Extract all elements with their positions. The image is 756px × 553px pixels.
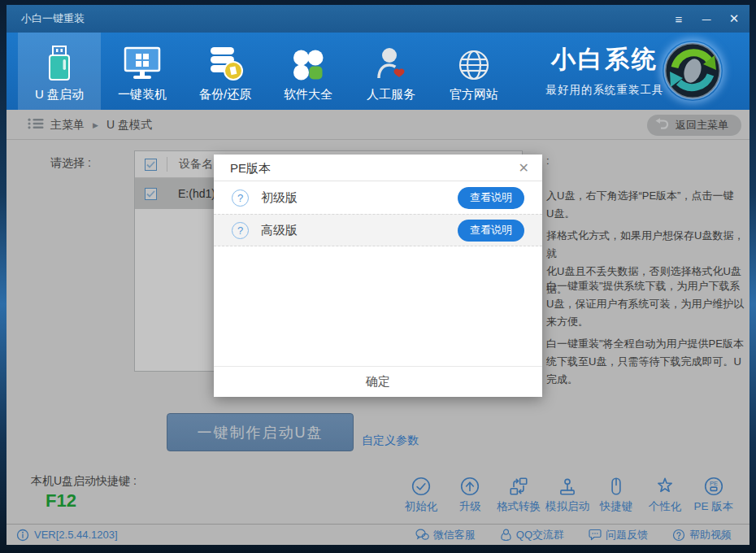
feedback-link[interactable]: 问题反馈	[589, 525, 648, 545]
help-text-fragment: 白一键重装"提供系统下载，为用户下载系 U盘，保证用户有系统可装，为用户维护以 …	[546, 277, 748, 331]
make-boot-usb-button[interactable]: 一键制作启动U盘	[167, 413, 354, 451]
brand-logo-icon	[663, 41, 723, 101]
question-circle-icon: ?	[232, 222, 249, 239]
person-heart-icon	[373, 41, 409, 82]
breadcrumb: 主菜单 ▶ U 盘模式	[28, 110, 152, 140]
breadcrumb-current: U 盘模式	[106, 118, 152, 133]
qq-penguin-icon	[500, 529, 512, 542]
info-icon	[16, 529, 29, 542]
wechat-icon	[415, 529, 429, 541]
boot-hotkey-label: 本机U盘启动快捷键 :	[31, 474, 137, 489]
brand-name: 小白系统	[540, 43, 670, 76]
tool-strip: 初始化 升级	[397, 476, 738, 514]
tool-format-convert[interactable]: 格式转换	[494, 476, 543, 514]
dialog-confirm-button[interactable]: 确定	[214, 366, 542, 397]
select-all-checkbox[interactable]	[145, 159, 157, 171]
nav-label: 备份/还原	[199, 87, 251, 102]
window-title: 小白一键重装	[21, 5, 85, 33]
monitor-icon	[123, 41, 162, 82]
nav-items: U 盘启动 一键装机	[18, 33, 515, 110]
brand-tagline: 最好用的系统重装工具	[540, 83, 670, 98]
back-arrow-icon	[655, 118, 669, 133]
tool-pe-version[interactable]: PE PE 版本	[689, 476, 738, 514]
back-button-label: 返回主菜单	[676, 118, 728, 133]
pe-option-basic[interactable]: ? 初级版 查看说明	[214, 181, 542, 214]
nav-header: U 盘启动 一键装机	[7, 33, 749, 110]
nav-item-software-collection[interactable]: 软件大全	[267, 33, 350, 110]
nav-item-manual-service[interactable]: 人工服务	[350, 33, 432, 110]
version-info[interactable]: VER[2.5.44.1203]	[16, 525, 118, 545]
nav-item-backup-restore[interactable]: 备份/还原	[184, 33, 267, 110]
device-name-column-header: 设备名	[179, 157, 213, 172]
pe-option-advanced[interactable]: ? 高级版 查看说明	[214, 214, 542, 246]
dialog-header: PE版本 ✕	[214, 155, 542, 181]
clover-icon	[291, 41, 325, 82]
status-links: 微信客服 QQ交流群	[415, 525, 732, 545]
breadcrumb-root[interactable]: 主菜单	[50, 118, 85, 133]
back-to-main-menu-button[interactable]: 返回主菜单	[647, 115, 741, 136]
format-convert-icon	[508, 476, 529, 497]
dialog-title: PE版本	[230, 155, 271, 181]
minimize-icon[interactable]: ─	[699, 12, 714, 26]
close-icon[interactable]: ✕	[727, 11, 741, 26]
tool-simulate-boot[interactable]: 模拟启动	[543, 476, 592, 514]
help-video-link[interactable]: 帮助视频	[672, 525, 732, 545]
wechat-support-link[interactable]: 微信客服	[415, 525, 476, 545]
boot-hotkey-value: F12	[46, 490, 76, 512]
tool-initialize[interactable]: 初始化	[397, 476, 445, 514]
joystick-icon	[557, 476, 578, 497]
tool-hotkey[interactable]: 快捷键	[592, 476, 641, 514]
statusbar: VER[2.5.44.1203] 微信客服	[7, 525, 749, 545]
select-device-label: 请选择 :	[50, 156, 91, 171]
nav-label: 软件大全	[284, 87, 332, 102]
breadcrumb-bar: 主菜单 ▶ U 盘模式 返回主菜单	[7, 110, 749, 140]
view-instructions-button[interactable]: 查看说明	[458, 220, 524, 242]
pe-version-icon: PE	[703, 476, 724, 497]
star-icon	[654, 476, 676, 497]
pe-option-name: 高级版	[261, 223, 298, 238]
custom-params-link[interactable]: 自定义参数	[362, 433, 419, 448]
tool-personalize[interactable]: 个性化	[641, 476, 689, 514]
usb-drive-icon	[44, 41, 75, 82]
list-icon	[28, 118, 44, 132]
globe-icon	[457, 41, 491, 82]
nav-label: 官方网站	[450, 87, 498, 102]
nav-item-one-click-install[interactable]: 一键装机	[101, 33, 184, 110]
app-window: 小白一键重装 ≡ ─ ✕	[0, 0, 756, 553]
tool-upgrade[interactable]: 升级	[445, 476, 494, 514]
chevron-right-icon: ▶	[91, 121, 100, 129]
pe-version-dialog: PE版本 ✕ ? 初级版 查看说明 ? 高级版 查看说明 确定	[214, 155, 542, 397]
question-circle-icon: ?	[232, 189, 249, 207]
database-icon	[206, 41, 244, 82]
nav-label: U 盘启动	[35, 87, 84, 102]
pe-option-name: 初级版	[261, 190, 298, 206]
upgrade-icon	[459, 476, 480, 497]
help-icon	[672, 529, 685, 542]
device-row-checkbox[interactable]	[145, 188, 157, 200]
dialog-close-icon[interactable]: ✕	[519, 155, 529, 181]
nav-item-usb-boot[interactable]: U 盘启动	[18, 33, 101, 110]
brand: 小白系统 最好用的系统重装工具	[540, 43, 670, 98]
header-divider	[167, 157, 167, 172]
menu-icon[interactable]: ≡	[671, 12, 686, 26]
svg-text:PE: PE	[710, 480, 718, 487]
window-controls: ≡ ─ ✕	[671, 5, 741, 33]
titlebar: 小白一键重装 ≡ ─ ✕	[7, 5, 749, 33]
help-text-fragment: 白一键重装"将全程自动为用户提供PE版本 统下载至U盘，只需等待下载完成即可。U…	[546, 335, 748, 389]
initialize-icon	[411, 476, 432, 497]
view-instructions-button[interactable]: 查看说明	[458, 187, 524, 209]
mouse-icon	[606, 476, 627, 497]
nav-item-official-website[interactable]: 官方网站	[432, 33, 515, 110]
nav-label: 人工服务	[367, 87, 415, 102]
speech-bubble-icon	[589, 529, 602, 541]
help-text-fragment: :	[546, 152, 748, 170]
nav-label: 一键装机	[118, 87, 167, 102]
version-text: VER[2.5.44.1203]	[34, 529, 118, 541]
help-text-fragment: 入U盘，右下角选择“PE版本”，点击一键 U盘。	[546, 187, 748, 223]
qq-group-link[interactable]: QQ交流群	[500, 525, 564, 545]
